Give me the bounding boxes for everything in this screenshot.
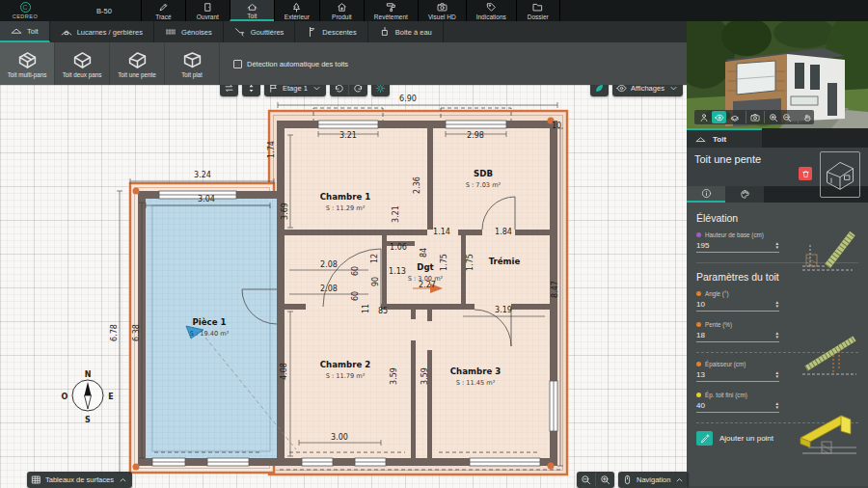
thickness-diagram	[795, 405, 862, 457]
tool-toit-multi-pans[interactable]: Toit multi-pans	[0, 42, 55, 85]
param-stepper[interactable]: ▲▼	[774, 242, 779, 250]
svg-text:N: N	[85, 370, 92, 379]
param-value[interactable]: 195	[696, 241, 709, 250]
walkthrough-button[interactable]	[696, 111, 711, 123]
exit-button[interactable]	[851, 5, 862, 16]
room-area-label: S : 19.40 m²	[190, 330, 230, 338]
brand-logo[interactable]: C CEDREO	[0, 0, 50, 21]
help-button[interactable]	[773, 5, 785, 16]
room-area-label: S : 11.45 m²	[456, 379, 496, 387]
dimension-label: 12	[370, 254, 379, 263]
tool-toit-deux-pans[interactable]: Toit deux pans	[55, 42, 110, 85]
downspout-icon	[306, 26, 317, 38]
tab-properties[interactable]	[687, 186, 725, 203]
save-button[interactable]	[812, 5, 824, 16]
subtab-genoises[interactable]: Génoises	[154, 21, 224, 42]
dimension-label: 10	[552, 122, 561, 130]
room-label: SDB	[474, 169, 493, 178]
table-icon	[31, 474, 41, 485]
dimension-label: 2.08	[320, 260, 338, 269]
svg-text:E: E	[108, 393, 113, 401]
param-value[interactable]: 18	[696, 331, 705, 339]
subtab-lucarnes[interactable]: Lucarnes / gerbières	[50, 21, 154, 42]
tab-dossier[interactable]: Dossier	[516, 0, 560, 21]
tool-toit-plat[interactable]: Toit plat	[165, 42, 220, 85]
dimension-label: 3.21	[392, 205, 400, 223]
panel-content: Élévation Hauteur de base (cm) 195 ▲▼	[687, 203, 868, 486]
chevron-up-icon	[674, 474, 685, 485]
room-label: Pièce 1	[193, 317, 227, 327]
param-stepper[interactable]: ▲▼	[774, 332, 779, 339]
zoom-in-icon	[769, 113, 778, 122]
param-value[interactable]: 40	[696, 401, 705, 410]
param-color-dot	[696, 291, 701, 296]
tab-revetement[interactable]: Revêtement	[364, 0, 418, 21]
dimension-label: 85	[378, 307, 388, 315]
tab-produit[interactable]: Produit	[319, 0, 364, 21]
dormer-icon	[61, 26, 72, 38]
dimension-label: 2.98	[467, 131, 484, 140]
document-reference: B-50	[96, 7, 112, 15]
feedback-button[interactable]	[793, 5, 804, 16]
elevation-diagram	[799, 228, 858, 274]
auto-detect-roofs-toggle[interactable]: Détection automatique des toits	[233, 42, 348, 85]
auto-detect-checkbox[interactable]	[233, 60, 242, 68]
preview-zoom-in-button[interactable]	[764, 111, 778, 123]
waterbox-icon	[379, 26, 391, 38]
tab-visuel-hd[interactable]: Visuel HD	[418, 0, 466, 21]
subtab-boite-a-eau[interactable]: Boite à eau	[368, 21, 444, 42]
3d-preview[interactable]	[687, 21, 868, 128]
floors-view-button[interactable]	[727, 111, 742, 123]
delete-roof-button[interactable]	[799, 167, 812, 180]
dimension-label: 3.21	[339, 131, 357, 140]
param-stepper[interactable]: ▲▼	[774, 371, 779, 379]
pan-button[interactable]	[798, 111, 812, 123]
room-label: Trémie	[489, 257, 521, 266]
tab-exterieur[interactable]: Extérieur	[274, 0, 319, 21]
dimension-label: 3.24	[194, 171, 211, 179]
subtab-gouttieres[interactable]: Gouttières	[224, 21, 296, 42]
panel-tab-toit[interactable]: Toit	[687, 128, 762, 148]
navigation-menu-button[interactable]: Navigation	[618, 472, 689, 488]
tool-toit-une-pente[interactable]: Toit une pente	[110, 42, 165, 85]
house-two-icon	[70, 49, 95, 69]
tab-materials[interactable]	[725, 186, 764, 203]
dimension-label: 4.08	[280, 363, 288, 380]
param-stepper[interactable]: ▲▼	[774, 402, 779, 410]
room-area-label: S : 11.29 m²	[326, 204, 366, 212]
subtab-descentes[interactable]: Descentes	[295, 21, 367, 42]
zoom-bar: Navigation	[577, 472, 689, 488]
camera-button[interactable]	[746, 111, 760, 123]
panel-header: Toit une pente	[687, 148, 868, 186]
trash-icon	[801, 170, 810, 178]
chevron-up-icon	[118, 474, 128, 485]
brand-name: CEDREO	[13, 14, 39, 19]
preview-zoom-out-button[interactable]	[779, 111, 794, 123]
param-stepper[interactable]: ▲▼	[774, 301, 779, 309]
center-view-button[interactable]	[831, 5, 843, 16]
person-icon	[699, 113, 709, 122]
palette-icon	[740, 189, 750, 200]
panel-tab-bar: Toit	[687, 128, 868, 148]
tab-indications[interactable]: Indications	[466, 0, 516, 21]
eye-icon	[715, 113, 724, 122]
param-label: Hauteur de base (cm)	[705, 231, 764, 238]
param-value[interactable]: 13	[696, 370, 705, 379]
tag-icon	[486, 2, 497, 13]
dimension-label: 60	[351, 266, 360, 276]
tab-trace[interactable]: Tracé	[141, 0, 185, 21]
zoom-out-button[interactable]	[577, 472, 595, 488]
tab-ouvrant[interactable]: Ouvrant	[185, 0, 230, 21]
subtab-toit[interactable]: Toit	[0, 21, 50, 42]
dimension-label: 90	[371, 277, 380, 286]
tab-toit[interactable]: Toit	[230, 0, 274, 21]
param-label: Pente (%)	[705, 321, 732, 328]
zoom-in-button[interactable]	[595, 472, 614, 488]
view-mode-button[interactable]	[712, 111, 726, 123]
floorplan-canvas[interactable]: N S O E Chambre 1S : 11.29 m²SDBS : 7.03…	[0, 85, 687, 488]
param-value[interactable]: 10	[696, 300, 705, 309]
genoise-icon	[165, 26, 176, 38]
slope-diagram	[799, 326, 860, 380]
pencil-icon	[158, 2, 169, 13]
surface-tables-button[interactable]: Tableaux de surfaces	[27, 472, 132, 488]
